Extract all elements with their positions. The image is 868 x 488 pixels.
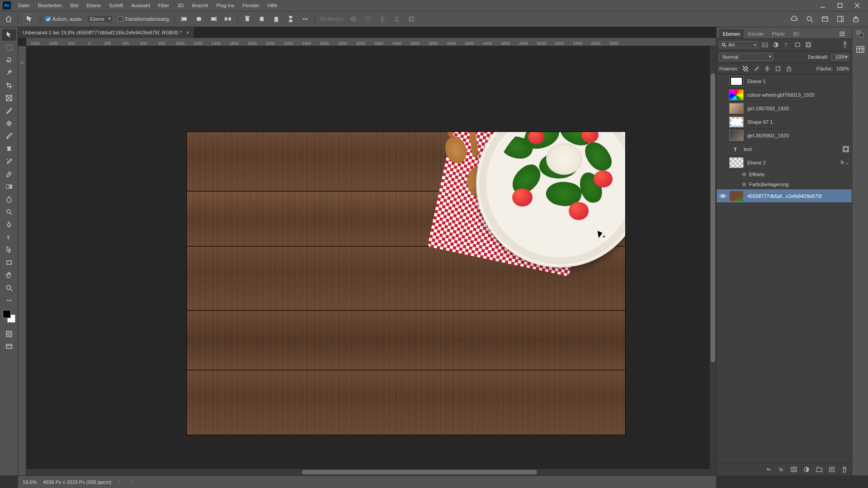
visibility-toggle[interactable]: [717, 156, 729, 169]
window-maximize-button[interactable]: [832, 0, 848, 11]
status-chevron-left-icon[interactable]: 〈: [128, 479, 133, 485]
auto-select-target-dropdown[interactable]: Ebene: [87, 15, 113, 23]
menu-datei[interactable]: Datei: [14, 1, 33, 10]
document-tab[interactable]: Unbenannt-1 bei 19,6% (4555ff777db5af116…: [18, 27, 194, 38]
pen-tool[interactable]: [2, 219, 16, 230]
move-tool[interactable]: [2, 29, 16, 41]
layer-row[interactable]: Shape 87 1: [717, 115, 852, 129]
panel-menu-icon[interactable]: [835, 29, 849, 38]
fx-badge[interactable]: fx ⌄: [840, 160, 849, 165]
filter-pixel-icon[interactable]: [761, 41, 769, 49]
doc-dimensions[interactable]: 4936 Px x 3319 Px (300 ppcm): [43, 479, 111, 485]
hand-tool[interactable]: [2, 269, 16, 281]
color-panel-icon[interactable]: [856, 30, 865, 39]
cloud-docs-icon[interactable]: [789, 14, 799, 24]
lasso-tool[interactable]: [2, 54, 16, 66]
align-bottom-icon[interactable]: [271, 14, 281, 24]
home-button[interactable]: [4, 14, 14, 24]
lock-artboard-icon[interactable]: [774, 65, 782, 72]
visibility-toggle[interactable]: [717, 129, 729, 142]
rectangle-shape-tool[interactable]: [2, 257, 16, 268]
transform-controls-checkbox[interactable]: Transformationsstrg.: [118, 16, 170, 22]
window-minimize-button[interactable]: [815, 0, 831, 11]
lock-transparency-icon[interactable]: [742, 65, 749, 72]
layer-row[interactable]: T text: [717, 142, 852, 156]
layer-filter-dropdown[interactable]: Art: [719, 41, 758, 48]
menu-bild[interactable]: Bild: [66, 1, 82, 10]
rect-marquee-tool[interactable]: [2, 42, 16, 53]
filter-toggle-switch[interactable]: [841, 41, 849, 49]
horizontal-ruler[interactable]: 1500100050002004006008001000120014001600…: [26, 38, 716, 46]
menu-ansicht[interactable]: Ansicht: [188, 1, 212, 10]
new-layer-icon[interactable]: [828, 466, 835, 473]
layer-name[interactable]: Ebene 1: [747, 79, 849, 84]
layer-name[interactable]: girl-3626901_1920: [747, 133, 849, 138]
layer-name[interactable]: 4555ff777db5af...c2efe8428e675f: [747, 193, 849, 199]
document-tab-close[interactable]: ×: [186, 30, 189, 35]
quickmask-toggle[interactable]: [2, 328, 16, 340]
mask-icon[interactable]: [790, 466, 797, 473]
visibility-toggle[interactable]: [717, 75, 729, 88]
visibility-toggle[interactable]: [717, 189, 729, 202]
filter-adjust-icon[interactable]: [772, 41, 780, 49]
eyedropper-tool[interactable]: [2, 105, 16, 117]
status-chevron-icon[interactable]: 〉: [118, 479, 122, 485]
menu-hilfe[interactable]: Hilfe: [264, 1, 281, 10]
menu-schrift[interactable]: Schrift: [105, 1, 127, 10]
distribute-vert-icon[interactable]: [286, 14, 296, 24]
menu-plugins[interactable]: Plug-ins: [212, 1, 238, 10]
layer-name[interactable]: Ebene 2: [747, 160, 840, 165]
vertical-scrollbar[interactable]: [710, 46, 716, 469]
history-brush-tool[interactable]: [2, 155, 16, 167]
link-layers-icon[interactable]: [765, 466, 772, 473]
tab-kanaele[interactable]: Kanäle: [745, 29, 767, 38]
layer-name[interactable]: Shape 87 1: [747, 119, 849, 125]
menu-ebene[interactable]: Ebene: [83, 1, 104, 10]
horizontal-scrollbar[interactable]: [26, 469, 716, 475]
edit-toolbar-icon[interactable]: [2, 295, 16, 306]
visibility-toggle[interactable]: [717, 142, 729, 155]
adjustment-layer-icon[interactable]: [803, 466, 810, 473]
layer-row[interactable]: colour-wheel-gbf78d013_1920: [717, 88, 852, 102]
align-hcenter-icon[interactable]: [194, 14, 204, 24]
blend-mode-dropdown[interactable]: Normal: [719, 53, 774, 61]
path-select-tool[interactable]: [2, 244, 16, 256]
tab-pfade[interactable]: Pfade: [768, 29, 788, 38]
menu-bearbeiten[interactable]: Bearbeiten: [34, 1, 66, 10]
visibility-toggle[interactable]: [717, 88, 729, 101]
magic-wand-tool[interactable]: [2, 67, 16, 79]
lock-pixels-icon[interactable]: [753, 65, 760, 72]
healing-brush-tool[interactable]: [2, 117, 16, 129]
distribute-horz-icon[interactable]: [223, 14, 233, 24]
arrange-docs-icon[interactable]: [820, 14, 830, 24]
blur-tool[interactable]: [2, 193, 16, 205]
layer-row[interactable]: Ebene 2 fx ⌄: [717, 156, 852, 169]
tab-3d[interactable]: 3D: [789, 29, 803, 38]
layer-name[interactable]: girl-1867092_1920: [747, 106, 849, 111]
align-top-icon[interactable]: [242, 14, 252, 24]
zoom-level[interactable]: 19,6%: [23, 479, 37, 485]
workspace-switcher-icon[interactable]: [835, 14, 845, 24]
share-icon[interactable]: [851, 14, 861, 24]
align-left-icon[interactable]: [179, 14, 189, 24]
visibility-toggle[interactable]: [717, 115, 729, 128]
layer-row[interactable]: girl-1867092_1920: [717, 102, 852, 115]
window-close-button[interactable]: [849, 0, 865, 11]
tab-ebenen[interactable]: Ebenen: [719, 29, 744, 38]
lock-all-icon[interactable]: [785, 65, 793, 72]
filter-shape-icon[interactable]: [793, 41, 802, 49]
filter-smart-icon[interactable]: [804, 41, 812, 49]
effect-item[interactable]: Farbüberlagerung: [749, 182, 788, 187]
menu-auswahl[interactable]: Auswahl: [127, 1, 154, 10]
search-icon[interactable]: [805, 14, 815, 24]
opacity-input[interactable]: 100%: [831, 54, 849, 61]
vertical-ruler[interactable]: 0: [18, 46, 26, 475]
clone-stamp-tool[interactable]: [2, 143, 16, 155]
layer-row[interactable]: Ebene 1: [717, 75, 852, 88]
menu-3d[interactable]: 3D: [174, 1, 187, 10]
lock-position-icon[interactable]: [764, 65, 771, 72]
zoom-tool[interactable]: [2, 282, 16, 294]
fx-icon[interactable]: fx: [778, 466, 785, 473]
filter-type-icon[interactable]: T: [783, 41, 791, 49]
fill-input[interactable]: 100%: [836, 66, 849, 71]
